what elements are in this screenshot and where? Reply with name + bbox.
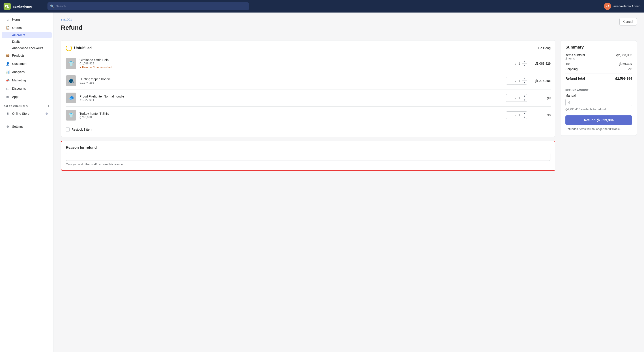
sidebar-item-customers[interactable]: 👤 Customers [2, 60, 52, 68]
product-row: 👕 Turkey hunter T-Shirt ₫766,690 0 / 1 [66, 106, 550, 124]
fulfillment-location: Ha Dong [538, 46, 550, 50]
qty-down-3[interactable]: ▼ [522, 98, 527, 102]
refund-button[interactable]: Refund ₫2,599,394 [566, 115, 632, 125]
sidebar-item-all-orders[interactable]: All orders [2, 32, 52, 38]
sidebar-item-settings[interactable]: ⚙ Settings [2, 123, 52, 131]
sidebar-item-apps[interactable]: ⊞ Apps [2, 93, 52, 101]
product-image-3: 🧢 [66, 93, 76, 103]
manual-label: Manual [566, 94, 632, 97]
sidebar-item-drafts[interactable]: Drafts [2, 38, 52, 45]
qty-up-4[interactable]: ▲ [522, 111, 527, 115]
qty-control-4: 0 / 1 ▲ ▼ [506, 111, 527, 119]
shipping-label: Shipping [566, 67, 578, 71]
refund-total-label: Refund total [566, 76, 585, 80]
left-column: Unfulfilled Ha Dong 👕 Girolando cattle P… [61, 40, 555, 171]
summary-card: Summary Items subtotal 2 items ₫2,363,08… [561, 40, 637, 136]
sidebar-item-orders[interactable]: 📋 Orders [2, 24, 52, 32]
sidebar-item-products[interactable]: 📦 Products [2, 51, 52, 59]
qty-arrows-1: ▲ ▼ [522, 60, 527, 67]
product-price-1: ₫1,088,829 [80, 62, 503, 65]
qty-control-3: 0 / 1 ▲ ▼ [506, 94, 527, 102]
all-orders-label: All orders [12, 33, 25, 37]
cancel-button[interactable]: Cancel [619, 18, 637, 25]
warning-dot-icon: ● [80, 65, 81, 69]
sidebar-item-online-store[interactable]: 🖥 Online Store ⚙ [2, 110, 52, 118]
summary-items-row: Items subtotal 2 items ₫2,363,085 [566, 53, 632, 60]
qty-total-3: 1 [516, 96, 522, 100]
summary-tax-row: Tax ₫236,309 [566, 62, 632, 65]
sidebar-label-online-store: Online Store [12, 112, 30, 115]
add-sales-channel-icon[interactable]: + [48, 104, 50, 108]
search-bar[interactable]: 🔍 [48, 2, 249, 10]
product-image-1: 👕 [66, 58, 76, 69]
online-store-settings-icon[interactable]: ⚙ [45, 112, 48, 115]
product-info-4: Turkey hunter T-Shirt ₫766,690 [80, 112, 503, 119]
product-info-3: Proud Firefighter Normal hoodie ₫1,227,9… [80, 95, 503, 102]
breadcrumb-link: #1001 [63, 18, 72, 21]
drafts-label: Drafts [12, 40, 20, 43]
qty-total-4: 1 [516, 113, 522, 117]
qty-down-2[interactable]: ▼ [522, 81, 527, 85]
qty-control-2: 1 / 1 ▲ ▼ [506, 77, 527, 85]
qty-input-2[interactable]: 1 [506, 79, 515, 83]
qty-box-2: 1 / 1 ▲ ▼ [506, 77, 527, 85]
amount-available: ₫4,793,455 available for refund [566, 108, 632, 111]
qty-down-4[interactable]: ▼ [522, 115, 527, 119]
avatar[interactable]: aA [604, 3, 611, 10]
qty-input-1[interactable]: 1 [506, 62, 515, 65]
product-image-2: 🧥 [66, 75, 76, 86]
sidebar-label-customers: Customers [12, 62, 27, 65]
product-name-2: Hunting zipped hoodie [80, 77, 503, 81]
right-column: Summary Items subtotal 2 items ₫2,363,08… [561, 40, 637, 136]
brand-logo[interactable]: 🛍 avada-demo [4, 3, 44, 10]
amount-input-wrap[interactable]: ₫ 2,599,394 [566, 99, 632, 106]
breadcrumb[interactable]: ‹ #1001 [61, 18, 82, 21]
qty-up-2[interactable]: ▲ [522, 77, 527, 81]
content-grid: Unfulfilled Ha Dong 👕 Girolando cattle P… [61, 40, 637, 171]
sidebar-item-discounts[interactable]: 🏷 Discounts [2, 85, 52, 93]
product-row: 🧥 Hunting zipped hoodie ₫1,274,256 1 / 1 [66, 72, 550, 89]
qty-input-4[interactable]: 0 [506, 113, 515, 117]
summary-title: Summary [566, 45, 632, 50]
product-amount-1: ₫1,088,829 [530, 62, 550, 65]
analytics-icon: 📊 [5, 70, 10, 74]
amount-currency: ₫ [568, 101, 570, 104]
refund-amount-section-label: REFUND AMOUNT [566, 89, 632, 91]
qty-down-1[interactable]: ▼ [522, 63, 527, 67]
unfulfilled-status-icon [66, 45, 72, 51]
main-content: ‹ #1001 Refund Cancel Unfulfilled Ha [54, 12, 644, 352]
product-name-1: Girolando cattle Polo [80, 58, 503, 62]
sales-channels-section-title: SALES CHANNELS + [0, 101, 54, 109]
summary-shipping-row: Shipping ₫0 [566, 67, 632, 71]
search-input[interactable] [56, 4, 246, 8]
marketing-icon: 📣 [5, 78, 10, 83]
sidebar-item-home[interactable]: ⌂ Home [2, 15, 52, 23]
sidebar-label-home: Home [12, 18, 20, 21]
product-info-1: Girolando cattle Polo ₫1,088,829 ● Item … [80, 58, 503, 69]
qty-up-3[interactable]: ▲ [522, 94, 527, 98]
qty-box-4: 0 / 1 ▲ ▼ [506, 111, 527, 119]
restock-checkbox[interactable] [66, 128, 70, 132]
sidebar-label-settings: Settings [12, 125, 24, 128]
apps-icon: ⊞ [5, 95, 10, 99]
refund-total-value: ₫2,599,394 [615, 76, 632, 80]
qty-input-3[interactable]: 0 [506, 96, 515, 100]
qty-total-2: 1 [516, 79, 522, 83]
amount-input[interactable]: 2,599,394 [571, 101, 629, 104]
items-count: 2 items [566, 57, 585, 60]
refund-note: Refunded items will no longer be fulfill… [566, 127, 632, 131]
online-store-icon: 🖥 [5, 111, 10, 116]
qty-up-1[interactable]: ▲ [522, 60, 527, 63]
sidebar-label-discounts: Discounts [12, 87, 26, 90]
sidebar-item-abandoned-checkouts[interactable]: Abandoned checkouts [2, 45, 52, 51]
product-name-4: Turkey hunter T-Shirt [80, 112, 503, 115]
orders-icon: 📋 [5, 25, 10, 30]
sidebar-item-analytics[interactable]: 📊 Analytics [2, 68, 52, 76]
sidebar-item-marketing[interactable]: 📣 Marketing [2, 76, 52, 84]
tax-value: ₫236,309 [619, 62, 632, 65]
qty-total-1: 1 [516, 62, 522, 65]
unfulfilled-card: Unfulfilled Ha Dong 👕 Girolando cattle P… [61, 40, 555, 137]
home-icon: ⌂ [5, 17, 10, 22]
admin-name: avada-demo Admin [613, 4, 640, 8]
reason-input[interactable] [66, 153, 550, 161]
